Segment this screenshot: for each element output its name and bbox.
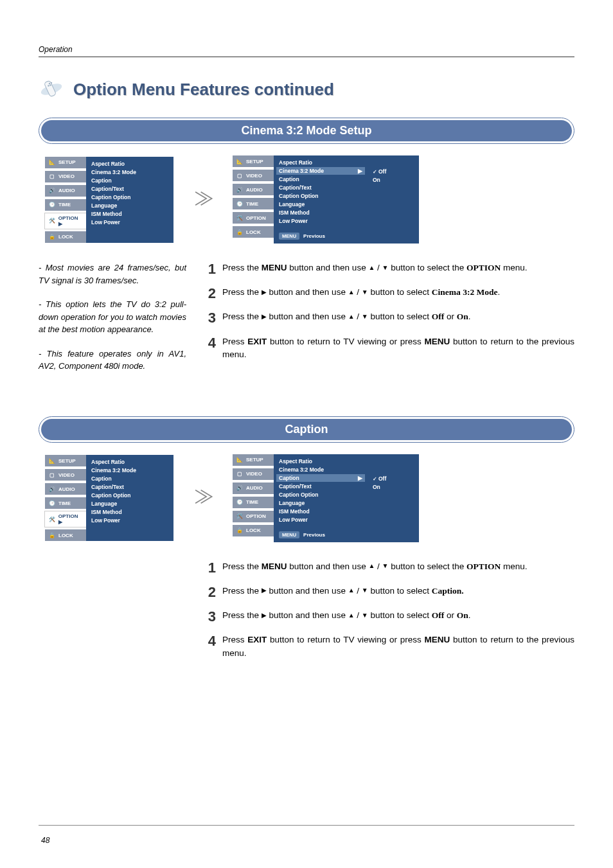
osd-tab-setup: 📐SETUP (233, 155, 274, 167)
cinema-content: - Most movies are 24 frames/sec, but TV … (39, 261, 574, 384)
osd-item: Caption/Text (91, 186, 168, 192)
down-icon: ▼ (362, 312, 368, 322)
osd-item: Cinema 3:2 Mode (279, 466, 362, 473)
osd-item: Cinema 3:2 Mode (91, 467, 168, 474)
step-4: 4 Press EXIT button to return to TV view… (204, 335, 574, 362)
up-icon: ▲ (348, 585, 355, 596)
svg-point-3 (51, 82, 52, 84)
osd-tab-option: 🛠️OPTION ▶ (45, 213, 86, 229)
osd-value-on: On (373, 484, 414, 490)
osd-item: Caption (279, 176, 362, 182)
osd-tab-option: 🛠️OPTION (233, 511, 274, 522)
osd-item: Language (279, 500, 362, 506)
up-icon: ▲ (368, 561, 375, 571)
osd-item: Caption (91, 177, 168, 184)
osd-tab-video: ▢VIDEO (233, 468, 274, 480)
osd-footer: MENUPrevious (279, 233, 362, 240)
osd-item: Caption Option (279, 492, 362, 498)
osd-menu-caption-1: 📐SETUP ▢VIDEO 🔊AUDIO 🕑TIME 🛠️OPTION ▶ 🔒L… (45, 455, 173, 541)
osd-item: Language (91, 500, 168, 507)
osd-item: Caption Option (279, 193, 362, 199)
note: - This feature operates only in AV1, AV2… (39, 348, 186, 373)
osd-tab-time: 🕑TIME (45, 199, 86, 211)
up-icon: ▲ (348, 287, 355, 297)
osd-item: Caption (91, 475, 168, 482)
osd-menu-caption-2: 📐SETUP ▢VIDEO 🔊AUDIO 🕑TIME 🛠️OPTION 🔒LOC… (233, 454, 419, 542)
osd-item: Low Power (279, 218, 362, 224)
osd-item: Language (279, 201, 362, 208)
osd-tab-time: 🕑TIME (233, 198, 274, 209)
osd-tab-audio: 🔊AUDIO (233, 184, 274, 195)
divider (39, 57, 574, 57)
osd-tab-time: 🕑TIME (233, 497, 274, 508)
osd-item: Caption/Text (91, 484, 168, 490)
down-icon: ▼ (382, 263, 389, 273)
osd-item-highlight: Cinema 3:2 Mode▶ (276, 167, 365, 175)
osd-item: Low Power (279, 517, 362, 523)
right-icon: ▶ (262, 610, 267, 621)
osd-item: ISM Method (91, 211, 168, 217)
section-bar-label: Caption (41, 419, 572, 440)
osd-tab-audio: 🔊AUDIO (233, 483, 274, 494)
osd-value-off: Off (373, 475, 414, 482)
down-icon: ▼ (362, 610, 368, 621)
section-bar-label: Cinema 3:2 Mode Setup (41, 120, 572, 141)
osd-item: ISM Method (91, 509, 168, 515)
step-1: 1 Press the MENU button and then use ▲ /… (204, 560, 574, 576)
step-3: 3 Press the ▶ button and then use ▲ / ▼ … (204, 609, 574, 624)
up-icon: ▲ (348, 312, 355, 322)
osd-item: Language (91, 202, 168, 209)
osd-item: Aspect Ratio (279, 159, 362, 166)
right-icon: ▶ (262, 312, 267, 322)
page-title: Option Menu Features continued (73, 80, 334, 100)
chevron-right-icon: ▶ (358, 168, 362, 174)
step-3: 3 Press the ▶ button and then use ▲ / ▼ … (204, 310, 574, 326)
section-bar-caption: Caption (39, 416, 574, 443)
osd-footer: MENUPrevious (279, 531, 362, 538)
step-2: 2 Press the ▶ button and then use ▲ / ▼ … (204, 585, 574, 600)
svg-point-2 (49, 83, 50, 84)
osd-item: Low Power (91, 219, 168, 226)
step-1: 1 Press the MENU button and then use ▲ /… (204, 261, 574, 277)
osd-item-highlight: Caption▶ (276, 474, 365, 482)
osd-item: ISM Method (279, 508, 362, 515)
osd-tab-lock: 🔒LOCK (233, 226, 274, 238)
right-icon: ▶ (262, 585, 267, 596)
svg-point-5 (49, 84, 51, 85)
osd-item: Aspect Ratio (91, 161, 168, 167)
osd-menu-cinema-2: 📐SETUP ▢VIDEO 🔊AUDIO 🕑TIME 🛠️OPTION 🔒LOC… (233, 155, 419, 244)
osd-tab-option: 🛠️OPTION ▶ (45, 511, 86, 527)
svg-point-4 (48, 85, 49, 86)
osd-tab-audio: 🔊AUDIO (45, 483, 86, 495)
osd-item: Low Power (91, 517, 168, 524)
osd-tab-video: ▢VIDEO (45, 171, 86, 182)
osd-value-off: Off (373, 168, 414, 175)
down-icon: ▼ (382, 561, 389, 571)
osd-menu-cinema-1: 📐SETUP ▢VIDEO 🔊AUDIO 🕑TIME 🛠️OPTION ▶ 🔒L… (45, 157, 173, 243)
cinema-steps: 1 Press the MENU button and then use ▲ /… (204, 261, 574, 371)
right-icon: ▶ (262, 287, 267, 297)
up-icon: ▲ (348, 610, 355, 621)
osd-tab-setup: 📐SETUP (45, 157, 86, 168)
osd-tab-option: 🛠️OPTION (233, 212, 274, 224)
osd-item: Caption/Text (279, 483, 362, 490)
divider (39, 825, 574, 826)
osd-tab-lock: 🔒LOCK (45, 529, 86, 541)
section-bar-cinema: Cinema 3:2 Mode Setup (39, 118, 574, 144)
section-header: Operation (39, 45, 574, 54)
cinema-notes: - Most movies are 24 frames/sec, but TV … (39, 261, 186, 384)
note: - Most movies are 24 frames/sec, but TV … (39, 261, 186, 287)
transition-arrow-icon (190, 486, 216, 510)
osd-item: Caption/Text (279, 184, 362, 191)
page-number: 48 (41, 836, 49, 845)
chevron-right-icon: ▶ (358, 475, 362, 481)
transition-arrow-icon (190, 188, 216, 212)
osd-item: Cinema 3:2 Mode (91, 169, 168, 175)
osd-tab-setup: 📐SETUP (45, 455, 86, 466)
caption-steps: 1 Press the MENU button and then use ▲ /… (204, 560, 574, 669)
cinema-screens: 📐SETUP ▢VIDEO 🔊AUDIO 🕑TIME 🛠️OPTION ▶ 🔒L… (39, 155, 574, 244)
osd-item: Caption Option (91, 492, 168, 499)
remote-icon (39, 76, 64, 102)
osd-tab-audio: 🔊AUDIO (45, 185, 86, 197)
step-2: 2 Press the ▶ button and then use ▲ / ▼ … (204, 286, 574, 301)
